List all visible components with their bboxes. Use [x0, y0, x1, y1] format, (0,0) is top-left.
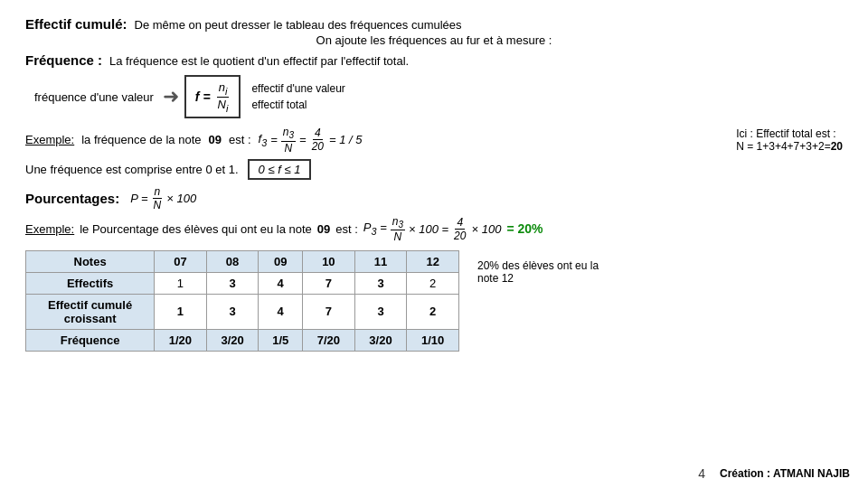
freq-10: 7/20	[303, 329, 355, 351]
col-notes: Notes	[26, 250, 155, 272]
cumul-label: Effectif cumulécroissant	[26, 294, 155, 329]
pourcentages-title: Pourcentages:	[25, 191, 119, 206]
credit-text: Création : ATMANI NAJIB	[720, 467, 850, 480]
effectifs-label: Effectifs	[26, 272, 155, 294]
ici-value: N = 1+3+4+7+3+2=20	[736, 140, 843, 153]
pourcentages-line: Pourcentages: P = n N × 100	[25, 185, 843, 211]
entre-line: Une fréquence est comprise entre 0 et 1.…	[25, 159, 843, 180]
exemple1-note: 09	[208, 133, 221, 146]
arrow-box: ➜ f = ni Ni effectif d'une valeur effect…	[163, 75, 345, 118]
page-number: 4	[698, 466, 705, 481]
exemple1-math: f3 = n3 N = 4 20 = 1 / 5	[259, 126, 363, 154]
effectif-total-label: effectif total	[251, 99, 344, 111]
formula-numerator: ni	[217, 80, 230, 98]
ici-box: Ici : Effectif total est : N = 1+3+4+7+3…	[736, 127, 843, 153]
freq-08: 3/20	[206, 329, 259, 351]
cumul-07: 1	[155, 294, 207, 329]
formula-fraction: ni Ni	[216, 80, 231, 113]
formula-row: fréquence d'une valeur ➜ f = ni Ni effec…	[34, 75, 843, 118]
cumul-09: 4	[259, 294, 303, 329]
exemple2-math: P3 = n3 N × 100 = 4 20 × 100	[363, 215, 502, 243]
eff-08: 3	[206, 272, 259, 294]
freq-09: 1/5	[259, 329, 303, 351]
formula-denominator: Ni	[216, 98, 231, 114]
freq-12: 1/10	[407, 329, 459, 351]
eff-11: 3	[354, 272, 407, 294]
formula-f-eq: f =	[195, 89, 211, 104]
exemple2-result: = 20%	[506, 221, 542, 236]
col-10: 10	[303, 250, 355, 272]
cumul-08: 3	[206, 294, 259, 329]
frequence-desc: La fréquence est le quotient d'un effect…	[109, 54, 409, 68]
frequence-label: Fréquence :	[25, 52, 102, 68]
on-ajoute-text: On ajoute les fréquences au fur et à mes…	[316, 33, 552, 47]
exemple2-line: Exemple: le Pourcentage des élèves qui o…	[25, 215, 843, 243]
exemple2-note: 09	[317, 222, 330, 236]
table-area: Notes 07 08 09 10 11 12 Effectifs 1 3 4 …	[25, 250, 843, 352]
cumul-row: Effectif cumulécroissant 1 3 4 7 3 2	[26, 294, 459, 329]
freq-dune-valeur-text: fréquence d'une valeur	[34, 90, 154, 104]
effectif-cumule-desc: De même on peut dresser le tableau des f…	[135, 18, 462, 32]
effectifs-row: Effectifs 1 3 4 7 3 2	[26, 272, 459, 294]
freq-11: 3/20	[354, 329, 407, 351]
pourcentages-formula: P = n N × 100	[130, 185, 196, 211]
data-table: Notes 07 08 09 10 11 12 Effectifs 1 3 4 …	[25, 250, 459, 352]
col-11: 11	[354, 250, 407, 272]
on-ajoute-line: On ajoute les fréquences au fur et à mes…	[25, 33, 843, 47]
formula-frame: f = ni Ni	[184, 75, 241, 118]
col-08: 08	[206, 250, 259, 272]
col-07: 07	[155, 250, 207, 272]
exemple1-text: la fréquence de la note	[81, 133, 201, 146]
col-09: 09	[259, 250, 303, 272]
exemple2-text2: est :	[335, 222, 358, 236]
col-12: 12	[407, 250, 459, 272]
exemple1-prefix: Exemple:	[25, 133, 74, 146]
frequence-row: Fréquence 1/20 3/20 1/5 7/20 3/20 1/10	[26, 329, 459, 351]
note-aside: 20% des élèves ont eu la note 12	[477, 250, 622, 285]
page: Effectif cumulé: De même on peut dresser…	[0, 0, 868, 488]
effectif-cumule-label: Effectif cumulé:	[25, 16, 127, 32]
bottom-bar: 4 Création : ATMANI NAJIB	[698, 466, 850, 481]
freq-07: 1/20	[155, 329, 207, 351]
exemple1-text2: est :	[229, 133, 251, 146]
table-header-row: Notes 07 08 09 10 11 12	[26, 250, 459, 272]
frequence-section: Fréquence : La fréquence est le quotient…	[25, 52, 843, 68]
arrow-right-icon: ➜	[163, 85, 179, 108]
cumul-10: 7	[303, 294, 355, 329]
note-aside-text: 20% des élèves ont eu la note 12	[477, 259, 599, 285]
cumul-12: 2	[407, 294, 459, 329]
eff-07: 1	[155, 272, 207, 294]
entre-text: Une fréquence est comprise entre 0 et 1.	[25, 163, 239, 176]
effectif-labels: effectif d'une valeur effectif total	[251, 82, 344, 111]
effectif-valeur-label: effectif d'une valeur	[251, 82, 344, 95]
eff-09: 4	[259, 272, 303, 294]
frequence-table-label: Fréquence	[26, 329, 155, 351]
exemple2-prefix: Exemple:	[25, 222, 74, 236]
eff-12: 2	[407, 272, 459, 294]
effectif-cumule-section: Effectif cumulé: De même on peut dresser…	[25, 16, 843, 32]
cumul-11: 3	[354, 294, 407, 329]
ici-label: Ici : Effectif total est :	[736, 127, 843, 140]
exemple1-line: Exemple: la fréquence de la note 09 est …	[25, 126, 362, 154]
exemple2-text: le Pourcentage des élèves qui ont eu la …	[80, 222, 312, 236]
eff-10: 7	[303, 272, 355, 294]
ineq-box: 0 ≤ f ≤ 1	[248, 159, 312, 180]
